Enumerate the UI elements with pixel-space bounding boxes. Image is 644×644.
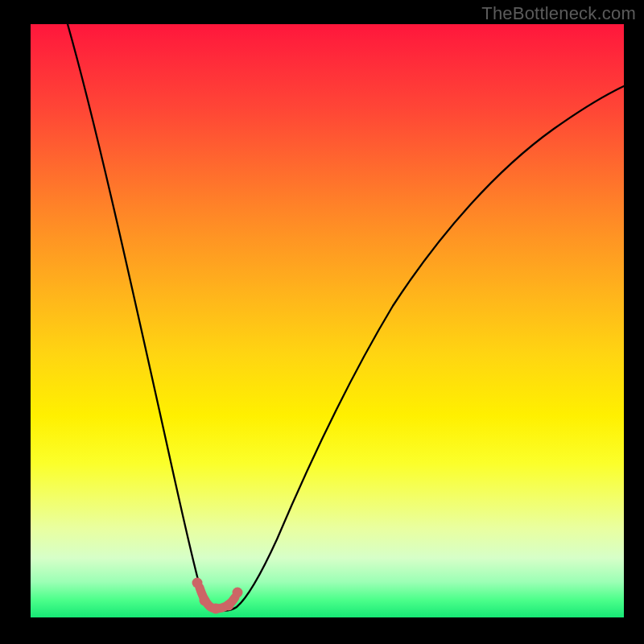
- svg-point-4: [233, 588, 243, 598]
- plot-area: [31, 24, 624, 617]
- svg-point-3: [224, 601, 234, 611]
- bottleneck-curve: [68, 24, 624, 611]
- svg-point-1: [200, 596, 210, 606]
- chart-frame: TheBottleneck.com: [0, 0, 644, 644]
- watermark-text: TheBottleneck.com: [481, 3, 636, 24]
- svg-point-0: [192, 578, 203, 588]
- curve-svg: [31, 24, 624, 617]
- svg-point-2: [211, 604, 221, 614]
